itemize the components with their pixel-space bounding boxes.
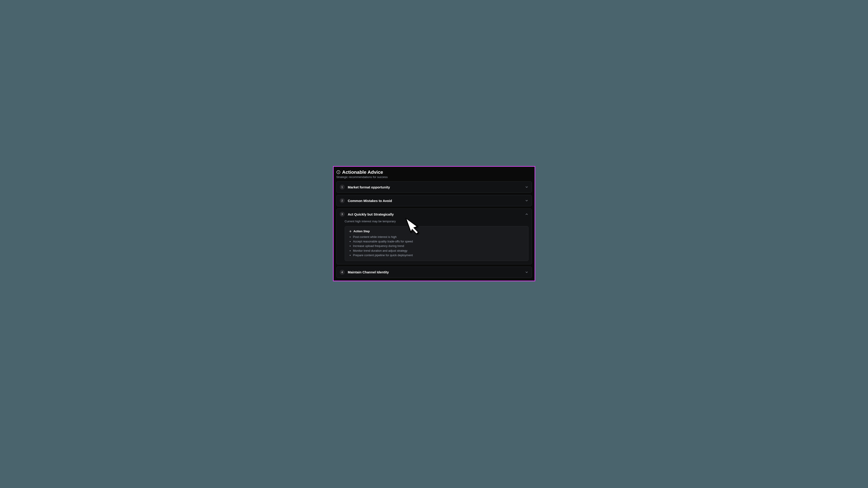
item-number-badge: 3 [340, 212, 345, 217]
advice-item: 3 Act Quickly but Strategically Current … [336, 208, 532, 264]
advice-item: 4 Maintain Channel Identity [336, 267, 532, 278]
chevron-down-icon [525, 270, 528, 274]
chevron-up-icon [525, 213, 528, 216]
advice-item-header[interactable]: 4 Maintain Channel Identity [337, 267, 532, 278]
advice-list: 1 Market format opportunity 2 Common Mis… [336, 182, 532, 278]
advice-item-title: Market format opportunity [348, 185, 525, 189]
info-icon [336, 170, 340, 174]
action-step-box: Action Step Post content while interest … [345, 226, 528, 261]
action-step-item: Prepare content pipeline for quick deplo… [353, 253, 525, 258]
chevron-down-icon [525, 199, 528, 202]
action-step-item: Accept reasonable quality trade-offs for… [353, 239, 525, 244]
panel-subtitle: Strategic recommendations for success [336, 175, 532, 179]
action-step-heading: Action Step [348, 230, 525, 233]
advice-item-header[interactable]: 1 Market format opportunity [337, 182, 532, 193]
action-step-item: Post content while interest is high [353, 235, 525, 239]
action-step-item: Monitor trend duration and adjust strate… [353, 249, 525, 253]
item-number-badge: 4 [340, 270, 345, 275]
advice-item-title: Act Quickly but Strategically [348, 213, 525, 216]
advice-item-title: Maintain Channel Identity [348, 270, 525, 274]
panel-header: Actionable Advice Strategic recommendati… [336, 169, 532, 182]
action-step-item: Increase upload frequency during trend [353, 244, 525, 248]
advice-description: Current high interest may be temporary [345, 220, 528, 223]
action-step-label: Action Step [353, 230, 370, 233]
advice-item-body: Current high interest may be temporary A… [337, 220, 532, 264]
advice-item-title: Common Mistakes to Avoid [348, 199, 525, 203]
panel-title: Actionable Advice [342, 169, 383, 175]
advice-item: 2 Common Mistakes to Avoid [336, 195, 532, 206]
action-step-list: Post content while interest is highAccep… [348, 235, 525, 258]
advice-item-header[interactable]: 2 Common Mistakes to Avoid [337, 195, 532, 206]
advice-item: 1 Market format opportunity [336, 182, 532, 193]
advice-panel: Actionable Advice Strategic recommendati… [333, 166, 535, 281]
item-number-badge: 2 [340, 198, 345, 203]
item-number-badge: 1 [340, 185, 345, 190]
chevron-down-icon [525, 185, 528, 189]
arrow-right-icon [348, 230, 352, 233]
advice-item-header[interactable]: 3 Act Quickly but Strategically [337, 209, 532, 220]
